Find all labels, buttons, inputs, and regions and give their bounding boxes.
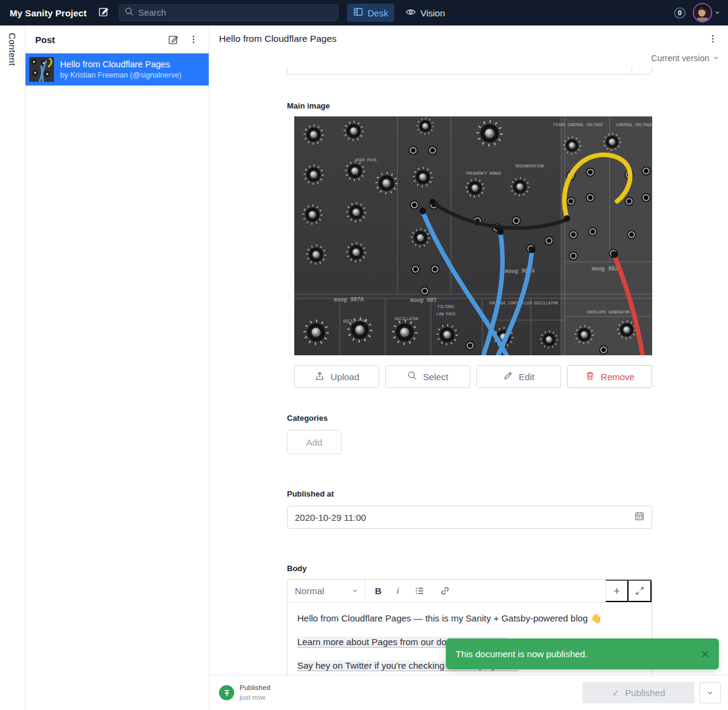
notifications-badge[interactable]: 0 (673, 6, 687, 20)
published-at-field (287, 506, 652, 529)
tab-desk[interactable]: Desk (347, 4, 394, 22)
sidebar-rail: Content (0, 25, 25, 710)
list-pane-title: Post (35, 35, 55, 45)
search-icon (124, 7, 134, 19)
version-label: Current version (651, 53, 709, 63)
chevron-down-icon (712, 53, 720, 63)
svg-text:moog 902: moog 902 (591, 266, 618, 272)
svg-text:OSCILLATOR: OSCILLATOR (394, 316, 418, 321)
compose-icon (98, 6, 109, 19)
italic-button[interactable]: i (397, 586, 399, 596)
text-style-value: Normal (295, 586, 324, 596)
pencil-icon (503, 370, 513, 383)
create-new-document-button[interactable] (164, 30, 182, 49)
editor-toolbar: Normal B i + (288, 580, 652, 603)
svg-text:LOW PASS: LOW PASS (436, 312, 455, 316)
search-input[interactable] (138, 8, 333, 18)
svg-text:HIGH PASS: HIGH PASS (355, 158, 376, 162)
publish-button[interactable]: ✓ Published (582, 682, 695, 703)
sanity-studio-app: My Sanity Project Desk Vision 0 (0, 0, 728, 710)
link-icon[interactable] (440, 586, 450, 596)
upload-icon (314, 370, 325, 383)
calendar-icon[interactable] (634, 511, 645, 524)
svg-text:FIXED CONTROL VOLTAGE: FIXED CONTROL VOLTAGE (553, 122, 603, 127)
upload-label: Upload (331, 372, 360, 382)
image-actions: Upload Select Edit Remove (294, 365, 652, 388)
workspace: Content Post Hello from Cloudflare Pages… (0, 25, 728, 710)
eye-icon (405, 7, 416, 19)
publish-status-title: Published (240, 683, 271, 693)
document-footer: Published just now ✓ Published (209, 675, 728, 710)
bold-button[interactable]: B (375, 586, 382, 596)
svg-text:moog 995: moog 995 (410, 297, 436, 303)
body-label: Body (287, 564, 652, 573)
list-item-subtitle: by Kristian Freeman (@signalnerve) (60, 70, 181, 80)
toast-message: This document is now published. (456, 649, 588, 659)
publish-menu-chevron-button[interactable] (699, 682, 721, 703)
desk-icon (353, 7, 363, 19)
tab-vision[interactable]: Vision (399, 4, 451, 22)
document-menu-kebab-icon[interactable] (704, 30, 722, 48)
svg-text:moog 907A: moog 907A (334, 296, 364, 303)
toast-notification: This document is now published. × (446, 638, 719, 669)
tab-vision-label: Vision (420, 8, 445, 18)
document-title: Hello from Cloudflare Pages (219, 33, 337, 44)
chevron-down-icon (714, 7, 721, 18)
project-title: My Sanity Project (10, 8, 87, 18)
chevron-down-icon (351, 586, 359, 596)
list-item-post[interactable]: Hello from Cloudflare Pages by Kristian … (25, 53, 209, 85)
svg-text:ENVELOPE GENERATOR: ENVELOPE GENERATOR (587, 310, 630, 315)
add-category-button[interactable]: Add (287, 430, 342, 454)
upload-button[interactable]: Upload (294, 365, 379, 388)
user-menu[interactable] (693, 3, 721, 22)
top-navbar: My Sanity Project Desk Vision 0 (0, 0, 728, 25)
published-at-label: Published at (287, 489, 652, 498)
navbar-right: 0 (673, 3, 721, 22)
remove-label: Remove (601, 372, 635, 382)
svg-text:CONTROL VOLTAGE: CONTROL VOLTAGE (616, 122, 652, 127)
remove-button[interactable]: Remove (567, 365, 652, 388)
edit-button[interactable]: Edit (476, 365, 561, 388)
version-selector[interactable]: Current version (651, 53, 720, 63)
svg-text:FILTERS: FILTERS (437, 304, 454, 309)
main-image-label: Main image (287, 101, 652, 110)
svg-text:REGENERATION: REGENERATION (516, 164, 544, 169)
document-list-pane: Post Hello from Cloudflare Pages by Kris… (25, 25, 209, 710)
body-paragraph: Hello from Cloudflare Pages — this is my… (297, 612, 642, 625)
main-image-photo[interactable]: HIGH PASS FREQUENCY RANGE REGENERATION F… (294, 116, 652, 355)
list-item-thumbnail (29, 57, 54, 82)
tab-desk-label: Desk (368, 8, 388, 18)
list-menu-kebab-icon[interactable] (184, 30, 203, 49)
select-button[interactable]: Select (385, 365, 470, 388)
text-style-selector[interactable]: Normal (288, 580, 365, 602)
published-at-input[interactable] (295, 512, 634, 523)
fullscreen-expand-icon[interactable] (629, 580, 652, 602)
clipped-field-input[interactable] (287, 67, 652, 75)
publish-status-icon (219, 685, 234, 700)
avatar (693, 3, 712, 22)
check-icon: ✓ (612, 688, 620, 698)
insert-block-plus-button[interactable]: + (605, 580, 629, 602)
global-search[interactable] (119, 4, 339, 21)
trash-icon (585, 370, 595, 383)
categories-label: Categories (287, 414, 652, 423)
new-document-button[interactable] (98, 6, 109, 19)
list-pane-header: Post (25, 25, 209, 53)
publish-button-label: Published (625, 688, 665, 698)
rail-content-label[interactable]: Content (7, 33, 18, 710)
list-item-title: Hello from Cloudflare Pages (60, 59, 181, 70)
select-label: Select (423, 372, 448, 382)
document-header: Hello from Cloudflare Pages Current vers… (209, 25, 728, 67)
document-form-scroll[interactable]: Main image (209, 67, 728, 710)
publish-status-time: just now (240, 693, 271, 703)
document-editor-pane: Hello from Cloudflare Pages Current vers… (209, 25, 728, 710)
bullet-list-icon[interactable] (414, 586, 425, 596)
search-icon (407, 370, 417, 383)
svg-text:FREQUENCY RANGE: FREQUENCY RANGE (466, 171, 502, 176)
close-icon[interactable]: × (701, 647, 709, 661)
tool-tabs: Desk Vision (347, 4, 451, 22)
edit-label: Edit (519, 372, 534, 382)
